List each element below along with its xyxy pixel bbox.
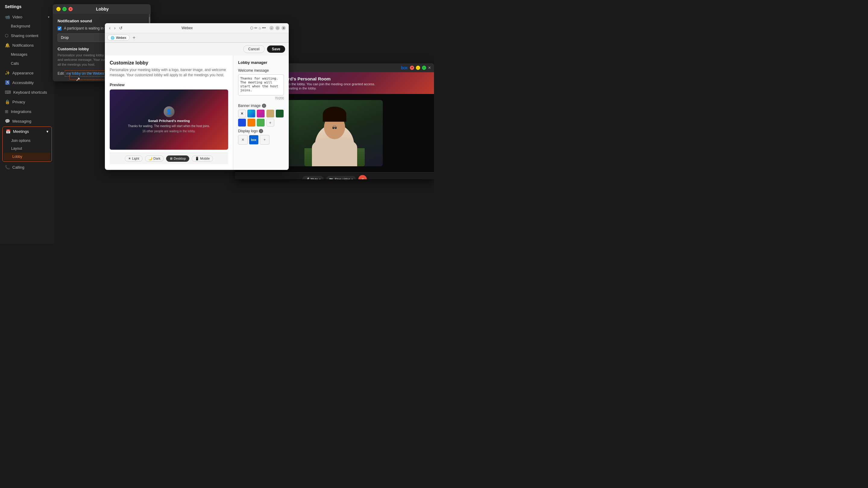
webex-titlebar: ‹ › ↺ Webex ⬡ ✏ ⌂ ••• – □ ✕ <box>105 23 289 33</box>
sidebar-item-appearance[interactable]: ✨ Appearance <box>0 68 54 78</box>
messaging-icon: 💬 <box>5 119 10 124</box>
preview-mobile-btn[interactable]: 📱 Mobile <box>192 156 213 162</box>
banner-color-add[interactable]: + <box>267 119 274 127</box>
webex-minimize-button[interactable]: – <box>270 26 274 30</box>
mute-button[interactable]: 🎤 Mute ▾ <box>302 176 324 180</box>
new-tab-button[interactable]: + <box>131 34 137 41</box>
end-call-button[interactable]: ✕ <box>358 175 367 179</box>
stop-video-chevron-icon: ▾ <box>351 178 353 179</box>
cursor-arrow: ↗ <box>76 76 80 82</box>
sidebar-item-lobby[interactable]: Lobby <box>4 153 50 161</box>
privacy-icon: 🔒 <box>5 99 10 104</box>
meeting-close-button[interactable]: ✕ <box>410 66 414 70</box>
mute-chevron-icon: ▾ <box>319 178 321 179</box>
preview-count: 16 other people are waiting in the lobby… <box>142 130 195 133</box>
customize-lobby-page-desc: Personalize your meeting lobby with a lo… <box>110 67 228 78</box>
preview-background: 👤 Sonali Pritchard's meeting Thanks for … <box>110 90 228 150</box>
preview-avatar: 👤 <box>164 106 175 117</box>
banner-image-label: Banner image i <box>238 104 284 108</box>
participant-waiting-checkbox[interactable] <box>58 27 61 30</box>
banner-info-icon[interactable]: i <box>262 104 266 108</box>
meetings-subitems: Join options Layout Lobby <box>3 136 52 161</box>
webex-window-controls: – □ ✕ <box>270 26 286 30</box>
minimize-button[interactable]: – <box>56 7 61 11</box>
meetings-icon: 📅 <box>6 129 10 134</box>
char-count: 70/200 <box>238 97 284 100</box>
sidebar-item-background[interactable]: Background <box>0 22 54 31</box>
banner-color-green[interactable] <box>257 119 265 127</box>
sidebar-item-privacy[interactable]: 🔒 Privacy <box>0 97 54 107</box>
banner-color-blue[interactable] <box>238 119 246 127</box>
sidebar-item-calls[interactable]: Calls <box>0 59 54 68</box>
banner-color-none[interactable]: ✕ <box>238 110 246 118</box>
share-icon-btn[interactable]: ⬡ <box>250 26 253 30</box>
webex-tabs: 🌐 Webex + <box>105 33 289 42</box>
sidebar-item-meetings[interactable]: 📅 Meetings ▾ <box>3 127 52 136</box>
preview-controls: ☀ Light 🌙 Dark 🖥 Desktop 📱 Mobile <box>110 153 228 164</box>
preview-box: 👤 Sonali Pritchard's meeting Thanks for … <box>110 90 228 150</box>
keyboard-icon: ⌨ <box>5 90 11 95</box>
lobby-manager-title: Lobby manager <box>238 60 284 65</box>
meeting-controls-bar: 🎤 Mute ▾ 📷 Stop video ▾ ✕ <box>235 172 434 179</box>
welcome-message-textarea[interactable]: Thanks for waiting. The meeting will sta… <box>238 74 284 96</box>
webex-nav: ‹ › ↺ <box>108 25 124 31</box>
sidebar-item-calling[interactable]: 📞 Calling <box>0 162 54 172</box>
banner-color-tan[interactable] <box>267 110 274 118</box>
refresh-button[interactable]: ↺ <box>118 25 124 31</box>
sidebar-item-layout[interactable]: Layout <box>3 144 52 153</box>
sidebar-item-accessibility[interactable]: ♿ Accessibility <box>0 78 54 87</box>
back-button[interactable]: ‹ <box>108 25 112 31</box>
save-button[interactable]: Save <box>267 45 285 53</box>
webex-action-bar: Cancel Save <box>105 42 289 56</box>
banner-color-dark-green[interactable] <box>276 110 284 118</box>
forward-button[interactable]: › <box>113 25 117 31</box>
integrations-icon: ⊞ <box>5 109 8 114</box>
banner-color-orange[interactable] <box>247 119 255 127</box>
sidebar-item-integrations[interactable]: ⊞ Integrations <box>0 107 54 116</box>
sidebar-item-join-options[interactable]: Join options <box>3 137 52 144</box>
sidebar-item-messages[interactable]: Messages <box>0 50 54 59</box>
sidebar-item-notifications[interactable]: 🔔 Notifications <box>0 40 54 50</box>
preview-light-btn[interactable]: ☀ Light <box>125 156 143 162</box>
notification-sound-title: Notification sound <box>58 19 146 23</box>
maximize-button[interactable]: □ <box>62 7 67 11</box>
more-icon-btn[interactable]: ••• <box>262 26 266 30</box>
meeting-minimize-button[interactable]: – <box>416 66 420 70</box>
share-icon: ⬡ <box>5 33 8 38</box>
webex-maximize-button[interactable]: □ <box>276 26 280 30</box>
meeting-tb-right: box ✕ – □ ✕ <box>401 65 431 70</box>
edit-icon-btn[interactable]: ✏ <box>254 26 257 30</box>
preview-desktop-btn[interactable]: 🖥 Desktop <box>166 156 189 162</box>
sidebar-meetings-group: 📅 Meetings ▾ Join options Layout Lobby <box>2 127 52 162</box>
close-button[interactable]: ✕ <box>68 7 73 11</box>
accessibility-icon: ♿ <box>5 80 10 85</box>
banner-color-pink[interactable] <box>257 110 265 118</box>
logo-info-icon[interactable]: i <box>259 129 263 133</box>
webex-tab[interactable]: 🌐 Webex <box>107 35 130 41</box>
banner-color-grid: ✕ + <box>238 110 284 127</box>
sidebar-item-keyboard[interactable]: ⌨ Keyboard shortcuts <box>0 87 54 97</box>
window-controls: – □ ✕ <box>56 7 73 11</box>
meeting-maximize-button[interactable]: □ <box>422 66 426 70</box>
home-icon-btn[interactable]: ⌂ <box>258 26 261 30</box>
webex-close-button[interactable]: ✕ <box>281 26 286 30</box>
sidebar-item-messaging[interactable]: 💬 Messaging <box>0 116 54 126</box>
logo-box[interactable]: box <box>249 135 258 144</box>
preview-waiting-msg: Thanks for waiting. The meeting will sta… <box>128 124 210 128</box>
logo-add[interactable]: + <box>260 135 270 144</box>
tab-label: Webex <box>116 36 126 39</box>
stop-video-button[interactable]: 📷 Stop video ▾ <box>326 176 356 180</box>
cancel-button[interactable]: Cancel <box>243 45 265 53</box>
preview-dark-btn[interactable]: 🌙 Dark <box>145 156 164 162</box>
logo-none[interactable]: ✕ <box>238 135 248 144</box>
webex-body: Customize lobby Personalize your meeting… <box>105 56 289 170</box>
preview-meeting-title: Sonali Pritchard's meeting <box>148 119 190 123</box>
sidebar-item-sharing[interactable]: ⬡ Sharing content <box>0 31 54 40</box>
sidebar-item-video[interactable]: 📹 Video ▾ <box>0 12 54 22</box>
meeting-person-video: 🕶 <box>286 100 383 166</box>
appearance-icon: ✨ <box>5 70 10 75</box>
webex-window-title: Webex <box>181 26 193 30</box>
banner-color-blue-teal[interactable] <box>247 110 255 118</box>
box-logo: box <box>401 65 407 70</box>
meeting-more-button[interactable]: ✕ <box>428 66 431 70</box>
